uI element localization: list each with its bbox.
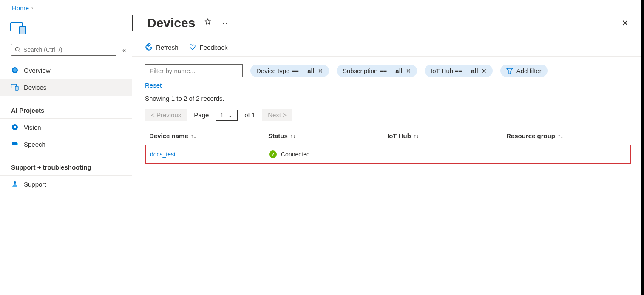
status-ok-icon: ✓	[269, 150, 277, 158]
support-icon	[11, 180, 19, 188]
sidebar-item-label: Speech	[24, 141, 45, 148]
remove-filter-icon[interactable]: ✕	[482, 68, 487, 74]
feedback-button[interactable]: Feedback	[189, 43, 228, 51]
table-header: Device name↑↓ Status↑↓ IoT Hub↑↓ Resourc…	[145, 129, 631, 143]
sidebar-search-input[interactable]	[23, 46, 113, 53]
section-ai-projects: AI Projects	[0, 102, 132, 119]
refresh-icon	[145, 43, 153, 51]
status-text: Connected	[281, 151, 310, 158]
filter-pill-iot-hub[interactable]: IoT Hub == all ✕	[425, 65, 493, 77]
breadcrumb-home[interactable]: Home	[12, 4, 29, 11]
sidebar-item-overview[interactable]: Overview	[0, 62, 132, 79]
add-filter-button[interactable]: + Add filter	[500, 65, 548, 77]
chevron-right-icon: ›	[31, 5, 33, 11]
feedback-label: Feedback	[200, 44, 228, 51]
breadcrumb: Home ›	[0, 0, 644, 14]
column-resource-group[interactable]: Resource group↑↓	[506, 132, 625, 139]
filter-pill-device-type[interactable]: Device type == all ✕	[250, 65, 329, 77]
sidebar-search[interactable]	[11, 44, 116, 56]
filter-name-input[interactable]	[145, 64, 243, 77]
sidebar: « Overview Devices AI Projects	[0, 14, 132, 294]
pin-icon[interactable]	[204, 18, 211, 28]
vision-icon	[11, 123, 19, 131]
layout: « Overview Devices AI Projects	[0, 14, 644, 294]
filter-icon: +	[506, 68, 513, 74]
svg-rect-10	[12, 142, 17, 145]
svg-text:+: +	[506, 68, 508, 71]
svg-rect-7	[15, 86, 18, 90]
more-icon[interactable]: ⋯	[220, 18, 228, 28]
status-cell: ✓ Connected	[269, 150, 388, 158]
search-icon	[15, 47, 21, 53]
main: Devices ⋯ ✕ Refresh Feedback	[132, 14, 644, 294]
sidebar-item-vision[interactable]: Vision	[0, 119, 132, 136]
sidebar-item-devices[interactable]: Devices	[0, 79, 132, 96]
heart-icon	[189, 43, 196, 51]
title-accent	[132, 15, 133, 31]
svg-point-5	[13, 68, 17, 72]
device-link[interactable]: docs_test	[150, 151, 269, 158]
devices-icon	[11, 83, 19, 91]
sidebar-item-support[interactable]: Support	[0, 176, 132, 193]
page-title: Devices	[147, 16, 195, 30]
svg-line-3	[19, 51, 20, 52]
remove-filter-icon[interactable]: ✕	[318, 68, 323, 74]
refresh-button[interactable]: Refresh	[145, 43, 179, 51]
sort-icon: ↑↓	[558, 133, 563, 139]
column-device-name[interactable]: Device name↑↓	[149, 132, 268, 139]
column-iot-hub[interactable]: IoT Hub↑↓	[387, 132, 506, 139]
collapse-sidebar-button[interactable]: «	[122, 46, 126, 54]
overview-icon	[11, 66, 19, 74]
filter-pill-subscription[interactable]: Subscription == all ✕	[337, 65, 417, 77]
svg-rect-1	[20, 26, 26, 34]
svg-point-9	[14, 126, 16, 128]
close-button[interactable]: ✕	[619, 15, 631, 31]
table-row[interactable]: docs_test ✓ Connected	[145, 145, 631, 164]
filter-row: Device type == all ✕ Subscription == all…	[132, 57, 644, 77]
page-label: Page	[194, 111, 209, 119]
toolbar: Refresh Feedback	[132, 33, 644, 57]
speech-icon	[11, 140, 19, 148]
devices-brand-icon	[10, 21, 28, 35]
sort-icon: ↑↓	[290, 133, 296, 139]
sidebar-item-label: Support	[24, 181, 46, 188]
page-of-label: of 1	[244, 111, 255, 119]
sort-icon: ↑↓	[414, 133, 419, 139]
reset-filters-link[interactable]: Reset	[132, 77, 644, 89]
column-status[interactable]: Status↑↓	[268, 132, 387, 139]
right-border	[641, 0, 644, 295]
chevron-down-icon: ⌄	[228, 112, 233, 119]
remove-filter-icon[interactable]: ✕	[406, 68, 411, 74]
page-select[interactable]: 1 ⌄	[216, 110, 238, 121]
sidebar-item-label: Vision	[24, 124, 41, 131]
sidebar-item-speech[interactable]: Speech	[0, 136, 132, 153]
resource-icon	[0, 18, 132, 44]
devices-table: Device name↑↓ Status↑↓ IoT Hub↑↓ Resourc…	[145, 129, 631, 164]
section-support: Support + troubleshooting	[0, 159, 132, 176]
previous-button[interactable]: < Previous	[145, 109, 187, 121]
svg-point-11	[14, 181, 16, 184]
svg-point-2	[15, 47, 19, 51]
refresh-label: Refresh	[156, 44, 179, 51]
sidebar-item-label: Overview	[24, 67, 51, 74]
next-button[interactable]: Next >	[262, 109, 292, 121]
sort-icon: ↑↓	[191, 133, 196, 139]
pager: < Previous Page 1 ⌄ of 1 Next >	[132, 102, 644, 121]
record-count: Showing 1 to 2 of 2 records.	[132, 89, 644, 102]
sidebar-item-label: Devices	[24, 84, 46, 91]
